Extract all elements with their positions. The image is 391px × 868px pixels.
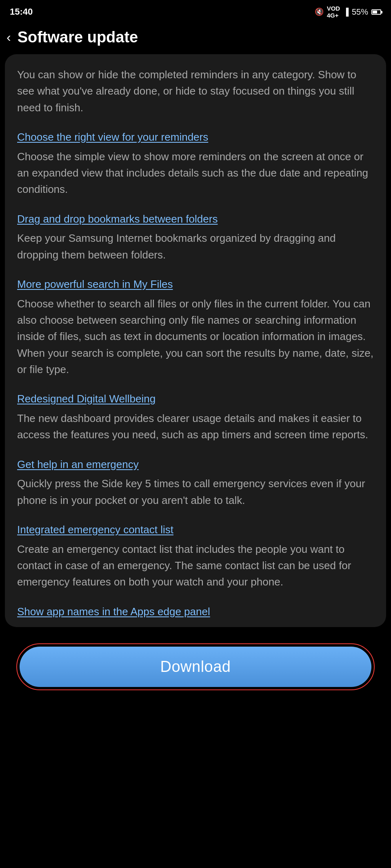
section-emergency: Get help in an emergency Quickly press t… (17, 458, 374, 508)
section-body-emergency: Quickly press the Side key 5 times to ca… (17, 475, 374, 508)
header: ‹ Software update (0, 22, 391, 54)
section-emergencycontact: Integrated emergency contact list Create… (17, 523, 374, 590)
section-body-reminders: Choose the simple view to show more remi… (17, 148, 374, 198)
section-heading-reminders: Choose the right view for your reminders (17, 130, 374, 144)
section-heading-digitalwellbeing: Redesigned Digital Wellbeing (17, 392, 374, 406)
network-icon: VOD4G+ (327, 5, 340, 19)
battery-text: 55% (352, 7, 368, 17)
section-heading-emergencycontact: Integrated emergency contact list (17, 523, 374, 537)
section-heading-myfiles: More powerful search in My Files (17, 278, 374, 292)
status-icons: 🔇 VOD4G+ ▐ 55% (315, 5, 381, 19)
back-button[interactable]: ‹ (7, 30, 11, 45)
signal-icon: ▐ (343, 8, 349, 16)
status-bar: 15:40 🔇 VOD4G+ ▐ 55% (0, 0, 391, 22)
battery-icon (371, 8, 381, 16)
section-reminders: Choose the right view for your reminders… (17, 130, 374, 198)
intro-text: You can show or hide the completed remin… (17, 66, 374, 116)
download-area: Download (0, 635, 391, 707)
section-bookmarks: Drag and drop bookmarks between folders … (17, 212, 374, 263)
last-heading: Show app names in the Apps edge panel (17, 605, 374, 619)
section-body-myfiles: Choose whether to search all files or on… (17, 296, 374, 378)
section-body-digitalwellbeing: The new dashboard provides clearer usage… (17, 410, 374, 443)
section-heading-bookmarks: Drag and drop bookmarks between folders (17, 212, 374, 226)
download-button[interactable]: Download (20, 647, 371, 687)
page-title: Software update (18, 29, 138, 46)
section-heading-emergency: Get help in an emergency (17, 458, 374, 472)
section-digitalwellbeing: Redesigned Digital Wellbeing The new das… (17, 392, 374, 443)
status-time: 15:40 (10, 7, 33, 17)
mute-icon: 🔇 (315, 7, 324, 16)
section-body-emergencycontact: Create an emergency contact list that in… (17, 541, 374, 590)
content-card: You can show or hide the completed remin… (5, 54, 386, 627)
section-myfiles: More powerful search in My Files Choose … (17, 278, 374, 378)
download-border: Download (16, 643, 375, 690)
section-body-bookmarks: Keep your Samsung Internet bookmarks org… (17, 230, 374, 263)
